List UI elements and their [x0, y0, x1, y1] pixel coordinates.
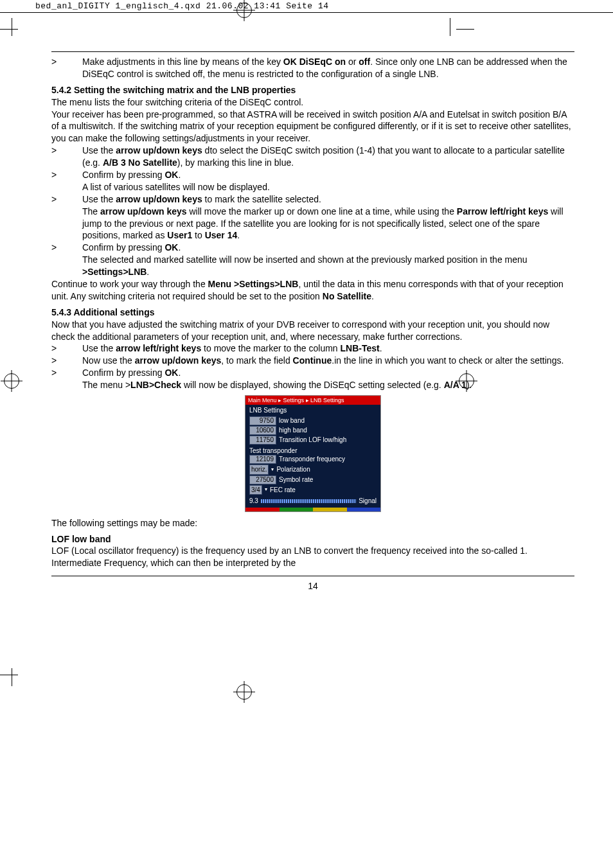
lnb-value: 10600	[249, 426, 276, 435]
bullet-marker: >	[51, 242, 82, 278]
lnb-breadcrumb: Main Menu ▸ Settings ▸ LNB Settings	[245, 396, 380, 405]
lnb-row-highband: 10600high band	[245, 426, 380, 436]
list-item: > Use the arrow up/down keys dto select …	[51, 145, 574, 169]
lnb-value: 11750	[249, 436, 276, 445]
page-content: > Make adjustments in this line by means…	[51, 51, 574, 592]
lnb-color-bar	[245, 508, 380, 511]
lnb-value: 12109	[249, 455, 276, 464]
section-heading: 5.4.3 Additional settings	[51, 306, 574, 319]
body-text: Your receiver has been pre-programmed, s…	[51, 109, 574, 145]
lnb-section-label: LNB Settings	[245, 405, 380, 416]
lnb-section-label: Test transponder	[245, 445, 380, 456]
lnb-value: 9750	[249, 416, 276, 425]
body-text: Continue to work your way through the Me…	[51, 278, 574, 303]
signal-bar-icon	[261, 499, 356, 503]
lnb-signal-label: Signal	[359, 497, 377, 506]
body-text: Use the arrow up/down keys to mark the s…	[82, 193, 574, 242]
list-item: > Confirm by pressing OK. The menu >LNB>…	[51, 367, 574, 391]
lnb-value: 27500	[249, 475, 276, 484]
sub-heading: LOF low band	[51, 533, 574, 545]
body-text: The following settings may be made:	[51, 517, 574, 529]
body-text: Confirm by pressing OK. A list of variou…	[82, 169, 574, 193]
dropdown-icon: ▾	[265, 486, 267, 493]
body-text: Confirm by pressing OK. The selected and…	[82, 242, 574, 278]
crop-mark	[456, 29, 474, 30]
body-text: LOF (Local oscillator frequency) is the …	[51, 545, 574, 569]
lnb-row-fec: 3/4▾FEC rate	[245, 485, 380, 496]
body-text: Use the arrow up/down keys dto select th…	[82, 145, 574, 169]
body-text: Now use the arrow up/down keys, to mark …	[82, 355, 574, 367]
lnb-row-symbolrate: 27500Symbol rate	[245, 475, 380, 485]
bullet-marker: >	[51, 145, 82, 169]
lnb-signal-value: 9.3	[249, 497, 258, 506]
lnb-row-transition: 11750Transition LOF low/high	[245, 436, 380, 445]
crop-mark	[12, 18, 12, 36]
body-text: Confirm by pressing OK. The menu >LNB>Ch…	[82, 367, 574, 391]
page-number: 14	[51, 580, 574, 592]
crop-mark	[450, 18, 450, 36]
bottom-rule	[51, 576, 574, 576]
bullet-marker: >	[51, 367, 82, 391]
body-text: The menu lists the four switching criter…	[51, 96, 574, 109]
print-header: bed_anl_DIGITY 1_englisch_4.qxd 21.06.02…	[0, 0, 613, 13]
lnb-signal-row: 9.3 Signal	[245, 495, 380, 508]
list-item: > Now use the arrow up/down keys, to mar…	[51, 355, 574, 367]
lnb-row-polarization: horiz.▾Polarization	[245, 465, 380, 475]
list-item: > Use the arrow left/right keys to move …	[51, 342, 574, 355]
section-heading: 5.4.2 Setting the switching matrix and t…	[51, 84, 574, 96]
list-item: > Confirm by pressing OK. The selected a…	[51, 242, 574, 278]
list-item: > Use the arrow up/down keys to mark the…	[51, 193, 574, 242]
crop-mark	[0, 29, 18, 30]
registration-mark-left	[4, 373, 19, 389]
top-rule	[51, 51, 574, 52]
body-text: Make adjustments in this line by means o…	[82, 56, 574, 80]
list-item: > Confirm by pressing OK. A list of vari…	[51, 169, 574, 193]
lnb-row-lowband: 9750low band	[245, 416, 380, 426]
bullet-marker: >	[51, 56, 82, 80]
lnb-value: 3/4	[249, 485, 262, 495]
bullet-marker: >	[51, 193, 82, 242]
list-item: > Make adjustments in this line by means…	[51, 56, 574, 80]
body-text: Use the arrow left/right keys to move th…	[82, 342, 574, 355]
bullet-marker: >	[51, 342, 82, 355]
lnb-value: horiz.	[249, 465, 269, 475]
lnb-settings-screenshot: Main Menu ▸ Settings ▸ LNB Settings LNB …	[245, 395, 381, 512]
bullet-marker: >	[51, 169, 82, 193]
lnb-row-tpfreq: 12109Transponder frequency	[245, 455, 380, 465]
bullet-marker: >	[51, 355, 82, 367]
dropdown-icon: ▾	[271, 466, 274, 474]
body-text: Now that you have adjusted the switching…	[51, 319, 574, 343]
